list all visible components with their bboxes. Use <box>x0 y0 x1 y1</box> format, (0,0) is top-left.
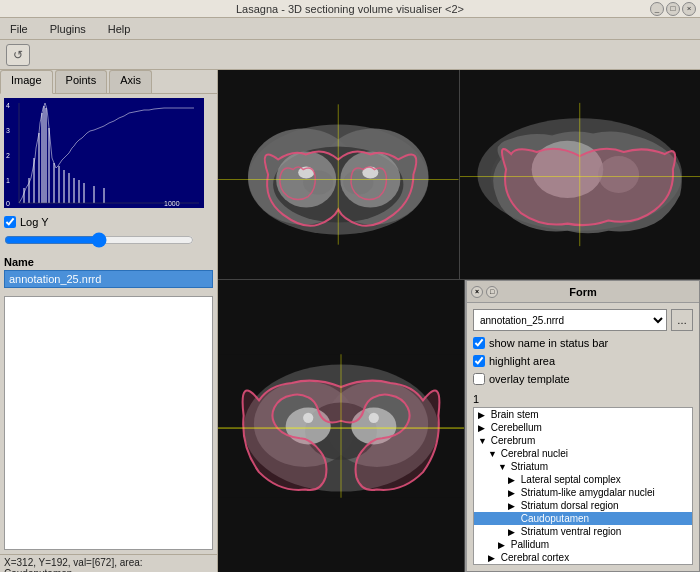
brain-svg-bottom-left <box>218 280 464 572</box>
list-area <box>4 296 213 550</box>
histogram-canvas: 4 3 2 1 0 1000 <box>4 98 204 208</box>
svg-point-54 <box>369 413 379 423</box>
close-button[interactable]: × <box>682 2 696 16</box>
show-name-checkbox[interactable] <box>473 337 485 349</box>
highlight-area-label: highlight area <box>489 355 555 367</box>
svg-text:0: 0 <box>6 200 10 207</box>
tree-item-cerebellum[interactable]: ▶ Cerebellum <box>474 421 692 434</box>
form-panel: × □ Form annotation_25.nrrd … <box>465 280 700 572</box>
back-button[interactable]: ↺ <box>6 44 30 66</box>
tree-item-pallidum[interactable]: ▶ Pallidum <box>474 538 692 551</box>
tree-area: ▶ Brain stem ▶ Cerebellum ▼ Cerebrum ▼ C… <box>473 407 693 565</box>
app-title: Lasagna - 3D sectioning volume visualise… <box>236 3 464 15</box>
svg-text:1000: 1000 <box>164 200 180 207</box>
slider-row <box>0 230 217 252</box>
svg-text:4: 4 <box>6 102 10 109</box>
histogram-svg: 4 3 2 1 0 1000 <box>4 98 204 208</box>
title-bar: Lasagna - 3D sectioning volume visualise… <box>0 0 700 18</box>
maximize-button[interactable]: □ <box>666 2 680 16</box>
brain-view-bottom-left[interactable] <box>218 280 465 572</box>
tree-item-cerebral-nuclei[interactable]: ▼ Cerebral nuclei <box>474 447 692 460</box>
tree-item-striatum-amygdalar[interactable]: ▶ Striatum-like amygdalar nuclei <box>474 486 692 499</box>
tree-arrow-cerebral-nuclei: ▼ <box>488 449 498 459</box>
tree-item-striatum-ventral[interactable]: ▶ Striatum ventral region <box>474 525 692 538</box>
name-value: annotation_25.nrrd <box>4 270 213 288</box>
log-y-label: Log Y <box>20 216 49 228</box>
tree-item-cerebral-cortex[interactable]: ▶ Cerebral cortex <box>474 551 692 564</box>
tree-item-lateral-septal[interactable]: ▶ Lateral septal complex <box>474 473 692 486</box>
histogram-area: 4 3 2 1 0 1000 <box>0 94 217 212</box>
menu-help[interactable]: Help <box>102 21 137 37</box>
menu-plugins[interactable]: Plugins <box>44 21 92 37</box>
svg-point-53 <box>303 413 313 423</box>
tree-arrow-pallidum: ▶ <box>498 540 508 550</box>
histogram-slider[interactable] <box>4 232 194 248</box>
tab-points[interactable]: Points <box>55 70 108 93</box>
main-area: Image Points Axis 4 3 2 1 0 1000 <box>0 70 700 572</box>
highlight-area-row: highlight area <box>473 355 693 367</box>
tab-axis[interactable]: Axis <box>109 70 152 93</box>
overlay-template-label: overlay template <box>489 373 570 385</box>
views-top <box>218 70 700 280</box>
tree-arrow-brain-stem: ▶ <box>478 410 488 420</box>
annotation-select[interactable]: annotation_25.nrrd <box>473 309 667 331</box>
dropdown-row: annotation_25.nrrd … <box>473 309 693 331</box>
left-panel: Image Points Axis 4 3 2 1 0 1000 <box>0 70 218 572</box>
form-close-btn[interactable]: × <box>471 286 483 298</box>
tree-arrow-striatum-amygdalar: ▶ <box>508 488 518 498</box>
tree-arrow-striatum-dorsal: ▶ <box>508 501 518 511</box>
overlay-template-checkbox[interactable] <box>473 373 485 385</box>
title-bar-controls: _ □ × <box>650 2 696 16</box>
tree-item-striatum-dorsal[interactable]: ▶ Striatum dorsal region <box>474 499 692 512</box>
form-body: annotation_25.nrrd … show name in status… <box>467 303 699 391</box>
brain-view-top-right[interactable] <box>460 70 701 280</box>
svg-text:3: 3 <box>6 127 10 134</box>
overlay-template-row: overlay template <box>473 373 693 385</box>
minimize-button[interactable]: _ <box>650 2 664 16</box>
tree-item-brain-stem[interactable]: ▶ Brain stem <box>474 408 692 421</box>
tree-arrow-cerebellum: ▶ <box>478 423 488 433</box>
tree-item-caudoputamen[interactable]: Caudoputamen <box>474 512 692 525</box>
show-name-row: show name in status bar <box>473 337 693 349</box>
highlight-area-checkbox[interactable] <box>473 355 485 367</box>
tree-arrow-lateral-septal: ▶ <box>508 475 518 485</box>
tab-image[interactable]: Image <box>0 70 53 94</box>
show-name-label: show name in status bar <box>489 337 608 349</box>
brain-view-top-left[interactable] <box>218 70 460 280</box>
form-close-buttons: × □ <box>471 286 498 298</box>
name-section: Name annotation_25.nrrd <box>0 252 217 292</box>
tree-number: 1 <box>467 391 699 407</box>
svg-text:1: 1 <box>6 177 10 184</box>
menu-bar: File Plugins Help <box>0 18 700 40</box>
tree-arrow-striatum: ▼ <box>498 462 508 472</box>
tree-arrow-cerebral-cortex: ▶ <box>488 553 498 563</box>
tree-arrow-striatum-ventral: ▶ <box>508 527 518 537</box>
tree-arrow-cerebrum: ▼ <box>478 436 488 446</box>
status-bar: X=312, Y=192, val=[672], area: Caudoputa… <box>0 554 217 572</box>
name-label: Name <box>4 256 213 268</box>
log-y-checkbox[interactable] <box>4 216 16 228</box>
svg-text:2: 2 <box>6 152 10 159</box>
tree-item-cerebrum[interactable]: ▼ Cerebrum <box>474 434 692 447</box>
form-header: × □ Form <box>467 281 699 303</box>
tree-item-striatum[interactable]: ▼ Striatum <box>474 460 692 473</box>
log-y-row: Log Y <box>0 212 217 230</box>
form-action-button[interactable]: … <box>671 309 693 331</box>
form-restore-btn[interactable]: □ <box>486 286 498 298</box>
toolbar: ↺ <box>0 40 700 70</box>
form-title: Form <box>569 286 597 298</box>
menu-file[interactable]: File <box>4 21 34 37</box>
brain-svg-top-right <box>460 70 701 279</box>
views-bottom: × □ Form annotation_25.nrrd … <box>218 280 700 572</box>
tabs: Image Points Axis <box>0 70 217 94</box>
brain-svg-top-left <box>218 70 459 279</box>
views-area: × □ Form annotation_25.nrrd … <box>218 70 700 572</box>
